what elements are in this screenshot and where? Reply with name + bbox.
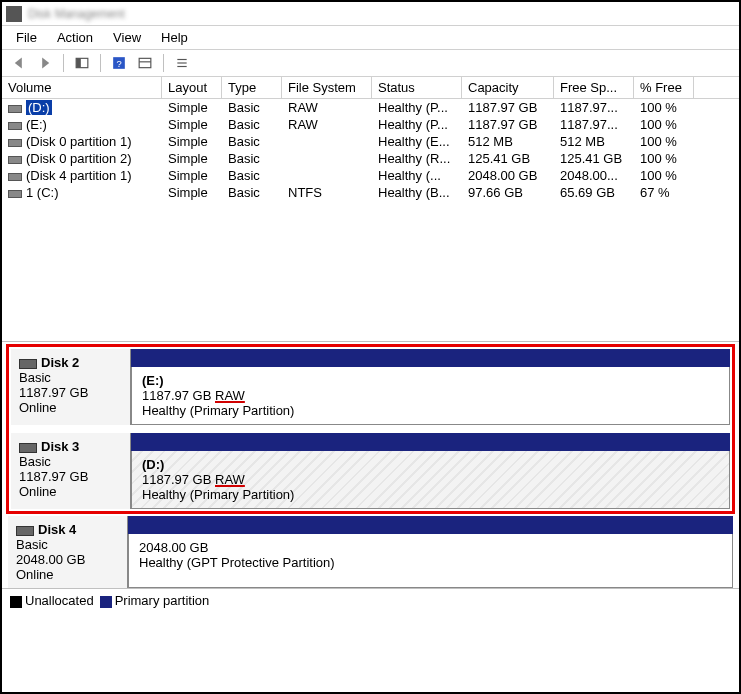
legend-label: Unallocated — [25, 593, 94, 608]
volume-name: 1 (C:) — [26, 185, 59, 200]
column-pct-free[interactable]: % Free — [634, 77, 694, 98]
volume-fs — [282, 168, 372, 183]
partition-block[interactable]: 2048.00 GB Healthy (GPT Protective Parti… — [128, 534, 733, 588]
volume-type: Basic — [222, 168, 282, 183]
volume-capacity: 97.66 GB — [462, 185, 554, 200]
volume-row[interactable]: (E:)SimpleBasicRAWHealthy (P...1187.97 G… — [2, 116, 739, 133]
properties-button[interactable] — [134, 53, 156, 73]
properties-icon — [138, 56, 152, 70]
svg-rect-4 — [139, 58, 151, 67]
legend: Unallocated Primary partition — [2, 588, 739, 612]
drive-icon — [8, 139, 22, 147]
menu-help[interactable]: Help — [153, 28, 196, 47]
disk-state: Online — [16, 567, 119, 582]
column-filesystem[interactable]: File System — [282, 77, 372, 98]
volume-pct: 100 % — [634, 100, 694, 115]
volume-type: Basic — [222, 185, 282, 200]
partition-fs: RAW — [215, 388, 245, 403]
volume-name: (Disk 0 partition 1) — [26, 134, 131, 149]
volume-status: Healthy (R... — [372, 151, 462, 166]
partition-status: Healthy (Primary Partition) — [142, 403, 719, 418]
disk-partitions: 2048.00 GB Healthy (GPT Protective Parti… — [128, 516, 733, 588]
column-status[interactable]: Status — [372, 77, 462, 98]
volume-pct: 100 % — [634, 168, 694, 183]
partition-size: 1187.97 GB — [142, 388, 215, 403]
column-free[interactable]: Free Sp... — [554, 77, 634, 98]
disk-size: 2048.00 GB — [16, 552, 119, 567]
disk-partitions: (E:) 1187.97 GB RAW Healthy (Primary Par… — [131, 349, 730, 425]
toolbar-separator — [63, 54, 64, 72]
disk-panel-3[interactable]: Disk 3 Basic 1187.97 GB Online (D:) 1187… — [11, 433, 730, 509]
disk-info: Disk 4 Basic 2048.00 GB Online — [8, 516, 128, 588]
volume-fs: RAW — [282, 117, 372, 132]
disk-area: Disk 2 Basic 1187.97 GB Online (E:) 1187… — [2, 341, 739, 588]
partition-name: (D:) — [142, 457, 719, 472]
volume-fs — [282, 134, 372, 149]
partition-fs: RAW — [215, 472, 245, 487]
volume-free: 2048.00... — [554, 168, 634, 183]
column-layout[interactable]: Layout — [162, 77, 222, 98]
volume-status: Healthy (B... — [372, 185, 462, 200]
list-button[interactable] — [171, 53, 193, 73]
volume-row[interactable]: (Disk 0 partition 1)SimpleBasicHealthy (… — [2, 133, 739, 150]
drive-icon — [8, 122, 22, 130]
menu-file[interactable]: File — [8, 28, 45, 47]
volume-layout: Simple — [162, 117, 222, 132]
menu-action[interactable]: Action — [49, 28, 101, 47]
column-type[interactable]: Type — [222, 77, 282, 98]
spacer — [2, 201, 739, 341]
disk-info: Disk 3 Basic 1187.97 GB Online — [11, 433, 131, 509]
disk-panel-2[interactable]: Disk 2 Basic 1187.97 GB Online (E:) 1187… — [11, 349, 730, 425]
menu-bar: File Action View Help — [2, 26, 739, 50]
app-icon — [6, 6, 22, 22]
forward-button[interactable] — [34, 53, 56, 73]
menu-view[interactable]: View — [105, 28, 149, 47]
disk-panel-4[interactable]: Disk 4 Basic 2048.00 GB Online 2048.00 G… — [8, 516, 733, 588]
drive-icon — [8, 105, 22, 113]
svg-rect-1 — [76, 58, 81, 67]
volume-free: 1187.97... — [554, 100, 634, 115]
drive-icon — [8, 173, 22, 181]
volume-type: Basic — [222, 117, 282, 132]
volume-table-header: Volume Layout Type File System Status Ca… — [2, 77, 739, 99]
volume-free: 65.69 GB — [554, 185, 634, 200]
volume-status: Healthy (... — [372, 168, 462, 183]
partition-size: 1187.97 GB — [142, 472, 215, 487]
disk-name: Disk 3 — [41, 439, 79, 454]
swatch-black-icon — [10, 596, 22, 608]
show-hide-button[interactable] — [71, 53, 93, 73]
gap — [11, 425, 730, 433]
disk-name: Disk 2 — [41, 355, 79, 370]
disk-icon — [19, 443, 37, 453]
column-volume[interactable]: Volume — [2, 77, 162, 98]
volume-name: (Disk 4 partition 1) — [26, 168, 131, 183]
back-button[interactable] — [8, 53, 30, 73]
legend-label: Primary partition — [115, 593, 210, 608]
toolbar-separator — [163, 54, 164, 72]
column-capacity[interactable]: Capacity — [462, 77, 554, 98]
help-icon: ? — [112, 56, 126, 70]
partition-bar — [131, 433, 730, 451]
partition-status: Healthy (GPT Protective Partition) — [139, 555, 722, 570]
volume-capacity: 125.41 GB — [462, 151, 554, 166]
partition-block[interactable]: (D:) 1187.97 GB RAW Healthy (Primary Par… — [131, 451, 730, 509]
volume-layout: Simple — [162, 151, 222, 166]
volume-name: (Disk 0 partition 2) — [26, 151, 131, 166]
volume-capacity: 1187.97 GB — [462, 117, 554, 132]
volume-row[interactable]: (D:)SimpleBasicRAWHealthy (P...1187.97 G… — [2, 99, 739, 116]
volume-layout: Simple — [162, 134, 222, 149]
volume-row[interactable]: (Disk 4 partition 1)SimpleBasicHealthy (… — [2, 167, 739, 184]
drive-icon — [8, 190, 22, 198]
volume-row[interactable]: 1 (C:)SimpleBasicNTFSHealthy (B...97.66 … — [2, 184, 739, 201]
help-button[interactable]: ? — [108, 53, 130, 73]
volume-status: Healthy (P... — [372, 100, 462, 115]
volume-row[interactable]: (Disk 0 partition 2)SimpleBasicHealthy (… — [2, 150, 739, 167]
svg-text:?: ? — [116, 59, 121, 69]
toolbar-separator — [100, 54, 101, 72]
volume-type: Basic — [222, 134, 282, 149]
disk-partitions: (D:) 1187.97 GB RAW Healthy (Primary Par… — [131, 433, 730, 509]
volume-table-body: (D:)SimpleBasicRAWHealthy (P...1187.97 G… — [2, 99, 739, 201]
partition-block[interactable]: (E:) 1187.97 GB RAW Healthy (Primary Par… — [131, 367, 730, 425]
legend-primary: Primary partition — [100, 593, 210, 608]
toolbar: ? — [2, 50, 739, 77]
